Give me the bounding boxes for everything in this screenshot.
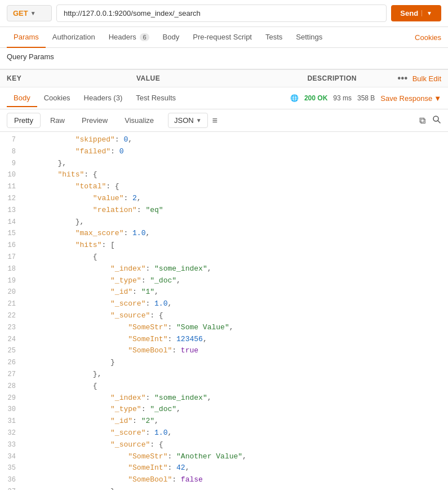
save-response-label: Save Response: [380, 94, 432, 103]
send-button[interactable]: Send ▼: [391, 5, 441, 21]
json-line: 18 "_index": "some_index",: [0, 263, 448, 275]
json-line: 13 "relation": "eq": [0, 205, 448, 217]
line-number: 34: [5, 451, 23, 462]
line-number: 25: [5, 345, 23, 356]
json-line: 36 "SomeBool": false: [0, 474, 448, 486]
json-line: 10 "hits": {: [0, 169, 448, 181]
line-number: 11: [5, 181, 23, 192]
line-number: 31: [5, 416, 23, 427]
format-pretty-button[interactable]: Pretty: [7, 113, 41, 128]
line-content: "SomeInt": 123456,: [23, 334, 443, 346]
tab-authorization-label: Authorization: [52, 33, 95, 41]
line-number: 30: [5, 404, 23, 415]
line-content: "max_score": 1.0,: [23, 228, 443, 240]
params-table-header: KEY VALUE DESCRIPTION ••• Bulk Edit: [0, 69, 448, 87]
format-raw-button[interactable]: Raw: [43, 113, 72, 128]
line-number: 27: [5, 369, 23, 380]
line-content: "_type": "_doc",: [23, 404, 443, 416]
line-content: },: [23, 158, 443, 170]
format-type-label: JSON: [174, 116, 194, 125]
line-content: "total": {: [23, 181, 443, 193]
json-line: 21 "_score": 1.0,: [0, 298, 448, 310]
line-number: 10: [5, 169, 23, 180]
line-content: "_id": "1",: [23, 286, 443, 298]
tab-settings[interactable]: Settings: [289, 27, 329, 48]
resp-tab-headers[interactable]: Headers (3): [77, 90, 130, 107]
send-dropdown-icon[interactable]: ▼: [422, 10, 432, 16]
json-line: 35 "SomeInt": 42,: [0, 462, 448, 474]
line-number: 22: [5, 310, 23, 321]
resp-tab-test-results[interactable]: Test Results: [129, 90, 183, 107]
line-number: 35: [5, 462, 23, 474]
json-line: 25 "SomeBool": true: [0, 345, 448, 357]
send-label: Send: [400, 9, 418, 17]
line-content: {: [23, 381, 443, 392]
save-response-chevron-icon: ▼: [434, 94, 441, 103]
line-content: "SomeStr": "Another Value",: [23, 451, 443, 463]
line-content: "relation": "eq": [23, 205, 443, 217]
line-content: {: [23, 251, 443, 263]
response-size: 358 B: [357, 94, 375, 102]
json-line: 26 }: [0, 357, 448, 369]
bulk-edit-button[interactable]: Bulk Edit: [412, 74, 441, 83]
line-content: "SomeInt": 42,: [23, 462, 443, 474]
tab-params-label: Params: [14, 33, 39, 41]
url-input[interactable]: [56, 5, 387, 22]
line-number: 36: [5, 474, 23, 485]
copy-icon[interactable]: ⧉: [419, 116, 425, 126]
col-value-header: VALUE: [136, 74, 307, 82]
line-number: 8: [5, 146, 23, 157]
json-line: 28 {: [0, 381, 448, 392]
format-visualize-button[interactable]: Visualize: [117, 113, 161, 128]
method-label: GET: [13, 9, 28, 17]
tab-authorization[interactable]: Authorization: [46, 27, 102, 48]
line-content: "_score": 1.0,: [23, 427, 443, 439]
response-tabs-bar: Body Cookies Headers (3) Test Results 🌐 …: [0, 87, 448, 109]
line-content: "hits": [: [23, 240, 443, 251]
line-number: 23: [5, 322, 23, 333]
line-content: "skipped": 0,: [23, 134, 443, 146]
line-number: 37: [5, 486, 23, 490]
resp-tab-cookies[interactable]: Cookies: [37, 90, 77, 107]
tab-tests-label: Tests: [265, 33, 282, 41]
json-line: 19 "_type": "_doc",: [0, 275, 448, 287]
resp-tab-body[interactable]: Body: [7, 90, 37, 107]
cookies-link[interactable]: Cookies: [415, 33, 441, 42]
format-type-chevron-icon: ▼: [196, 117, 202, 123]
tab-pre-request-script[interactable]: Pre-request Script: [186, 27, 259, 48]
tab-body-label: Body: [163, 33, 180, 41]
line-number: 19: [5, 275, 23, 286]
method-select[interactable]: GET ▼: [7, 5, 52, 21]
line-content: }: [23, 486, 443, 490]
json-line: 27 },: [0, 369, 448, 381]
line-number: 20: [5, 286, 23, 298]
line-number: 7: [5, 134, 23, 145]
filter-icon[interactable]: ≡: [212, 116, 218, 126]
status-code: 200 OK: [304, 94, 327, 102]
format-preview-button[interactable]: Preview: [74, 113, 115, 128]
tab-params[interactable]: Params: [7, 27, 46, 48]
json-line: 22 "_source": {: [0, 310, 448, 322]
globe-icon: 🌐: [290, 94, 299, 102]
response-time: 93 ms: [333, 94, 352, 102]
tab-settings-label: Settings: [296, 33, 322, 41]
resp-tab-cookies-label: Cookies: [44, 94, 70, 102]
query-params-title: Query Params: [7, 52, 441, 61]
tab-tests[interactable]: Tests: [259, 27, 289, 48]
more-options-icon[interactable]: •••: [397, 73, 407, 83]
tab-body[interactable]: Body: [156, 27, 187, 48]
line-content: "value": 2,: [23, 193, 443, 205]
json-line: 16 "hits": [: [0, 240, 448, 251]
line-number: 17: [5, 251, 23, 263]
line-content: "_score": 1.0,: [23, 298, 443, 310]
json-line: 29 "_index": "some_index",: [0, 392, 448, 404]
line-number: 16: [5, 240, 23, 251]
line-number: 13: [5, 205, 23, 216]
json-line: 33 "_source": {: [0, 439, 448, 451]
search-icon[interactable]: [432, 115, 441, 126]
save-response-button[interactable]: Save Response ▼: [380, 94, 441, 103]
tab-headers[interactable]: Headers 6: [102, 27, 156, 48]
format-type-dropdown[interactable]: JSON ▼: [168, 113, 208, 128]
line-content: "failed": 0: [23, 146, 443, 158]
tab-headers-label: Headers: [109, 33, 136, 41]
